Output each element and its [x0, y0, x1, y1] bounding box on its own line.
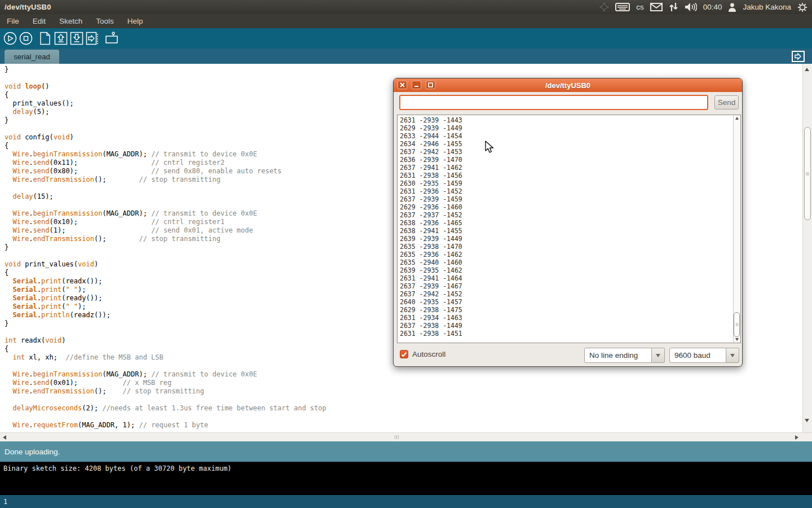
- code-line: Wire.beginTransmission(MAG_ADDR); // tra…: [5, 150, 326, 159]
- code-line: Serial.print(" ");: [5, 286, 326, 294]
- chevron-down-icon: [656, 354, 660, 357]
- scroll-right-arrow-icon[interactable]: [795, 435, 798, 440]
- code-line: Wire.send(0x11); // cntrl register2: [5, 159, 326, 167]
- tab-bar: serial_read: [0, 49, 812, 64]
- menu-item-tools[interactable]: Tools: [95, 17, 115, 25]
- code-line: [5, 413, 326, 421]
- scroll-down-arrow-icon[interactable]: [805, 419, 809, 422]
- open-sketch-button[interactable]: [53, 31, 69, 46]
- editor-vertical-scrollbar-thumb[interactable]: [804, 127, 811, 220]
- status-message: Done uploading.: [5, 448, 60, 456]
- code-line: }: [5, 65, 326, 74]
- play-icon: [3, 32, 17, 45]
- code-line: [5, 74, 326, 82]
- code-line: {: [5, 345, 326, 353]
- build-console: Binary sketch size: 4208 bytes (of a 307…: [0, 462, 812, 495]
- serial-window-titlebar[interactable]: /dev/ttyUSB0: [394, 78, 742, 92]
- menu-item-sketch[interactable]: Sketch: [58, 17, 83, 25]
- serial-monitor-icon: [104, 32, 119, 45]
- code-line: }: [5, 319, 326, 328]
- system-top-bar: /dev/ttyUSB0 cs 00:40: [0, 0, 812, 14]
- up-arrow-icon: [54, 32, 68, 45]
- serial-output-text: 2631 -2939 -1443 2629 -2939 -1449 2633 -…: [400, 116, 462, 338]
- serial-scroll-up-icon[interactable]: [735, 117, 739, 120]
- user-name[interactable]: Jakub Kakona: [743, 3, 791, 11]
- autoscroll-label: Autoscroll: [412, 350, 445, 358]
- serial-scroll-down-icon[interactable]: [735, 338, 739, 341]
- line-ending-value: No line ending: [589, 351, 638, 360]
- code-line: }: [5, 116, 326, 125]
- serial-send-row: Send: [394, 92, 742, 116]
- verify-button[interactable]: [2, 31, 18, 46]
- line-ending-dropdown-button[interactable]: [652, 348, 665, 363]
- baud-rate-select[interactable]: 9600 baud: [669, 348, 726, 363]
- serial-output-area[interactable]: 2631 -2939 -1443 2629 -2939 -1449 2633 -…: [397, 115, 741, 343]
- minimize-icon: [414, 82, 419, 87]
- code-line: [5, 184, 326, 192]
- send-button-label: Send: [718, 98, 736, 107]
- serial-scrollbar-thumb[interactable]: [734, 312, 740, 337]
- send-button[interactable]: Send: [714, 95, 739, 110]
- code-line: Wire.send(0x10); // cntrl register1: [5, 218, 326, 226]
- baud-rate-dropdown-button[interactable]: [726, 348, 739, 363]
- menu-item-file[interactable]: File: [6, 17, 20, 25]
- maximize-button[interactable]: [426, 81, 435, 89]
- stop-button[interactable]: [18, 31, 34, 46]
- serial-monitor-window: /dev/ttyUSB0: [393, 78, 743, 367]
- user-icon: [728, 3, 736, 12]
- code-line: [5, 362, 326, 370]
- save-sketch-button[interactable]: [69, 31, 85, 46]
- code-line: delay(5);: [5, 108, 326, 116]
- code-line: [5, 252, 326, 260]
- code-line: Wire.send(0x01); // x MSB reg: [5, 379, 326, 387]
- minimize-button[interactable]: [412, 81, 421, 89]
- autoscroll-checkbox[interactable]: [400, 350, 408, 358]
- menu-item-edit[interactable]: Edit: [32, 17, 47, 25]
- network-arrows-icon[interactable]: [669, 2, 678, 12]
- active-window-title: /dev/ttyUSB0: [5, 3, 51, 11]
- scroll-up-arrow-icon[interactable]: [805, 68, 809, 71]
- code-line: Serial.print(ready());: [5, 294, 326, 303]
- code-line: print_values();: [5, 99, 326, 108]
- menu-item-help[interactable]: Help: [126, 17, 144, 25]
- scroll-left-arrow-icon[interactable]: [3, 435, 6, 440]
- new-sketch-button[interactable]: [37, 31, 53, 46]
- session-gear-icon[interactable]: [797, 2, 807, 12]
- code-line: }: [5, 243, 326, 252]
- line-ending-select[interactable]: No line ending: [584, 348, 652, 363]
- tab-menu-button[interactable]: [792, 51, 805, 62]
- code-line: void loop(): [5, 82, 326, 91]
- keyboard-icon[interactable]: [615, 3, 630, 11]
- code-line: {: [5, 269, 326, 277]
- code-line: void print_values(void): [5, 260, 326, 269]
- code-line: Wire.requestFrom(MAG_ADDR, 1); // reques…: [5, 421, 326, 430]
- system-indicators: cs 00:40 Jakub Kakona: [599, 2, 807, 12]
- close-button[interactable]: [398, 81, 407, 89]
- tab-label: serial_read: [14, 52, 50, 61]
- editor-horizontal-scrollbar[interactable]: [0, 432, 812, 441]
- horizontal-scrollbar-grip[interactable]: [395, 435, 399, 439]
- baud-rate-value: 9600 baud: [674, 351, 710, 360]
- code-line: Wire.endTransmission(); // stop transmit…: [5, 176, 326, 184]
- code-line: Serial.println(readz());: [5, 311, 326, 319]
- serial-scrollbar[interactable]: [733, 115, 740, 343]
- serial-monitor-button[interactable]: [104, 31, 120, 46]
- serial-input[interactable]: [399, 95, 708, 110]
- tab-serial-read[interactable]: serial_read: [5, 50, 59, 64]
- code-line: Serial.print(readx());: [5, 277, 326, 286]
- serial-monitor-controls: Autoscroll No line ending 9600 baud: [394, 348, 742, 365]
- tab-menu-arrow-icon: [792, 51, 805, 62]
- editor-vertical-scrollbar[interactable]: [802, 64, 812, 432]
- mail-icon[interactable]: [650, 3, 663, 11]
- maximize-icon: [428, 82, 433, 87]
- keyboard-layout-indicator[interactable]: cs: [636, 3, 644, 11]
- clock[interactable]: 00:40: [703, 3, 722, 11]
- code-line: delayMicroseconds(2); //needs at least 1…: [5, 404, 326, 413]
- volume-icon[interactable]: [685, 2, 697, 12]
- code-line: int readx(void): [5, 336, 326, 345]
- code-line: delay(15);: [5, 192, 326, 201]
- code-line: Wire.endTransmission(); // stop transmit…: [5, 235, 326, 243]
- upload-button[interactable]: [85, 31, 100, 46]
- serial-window-title: /dev/ttyUSB0: [394, 81, 742, 90]
- indicator-star-icon[interactable]: [599, 2, 609, 12]
